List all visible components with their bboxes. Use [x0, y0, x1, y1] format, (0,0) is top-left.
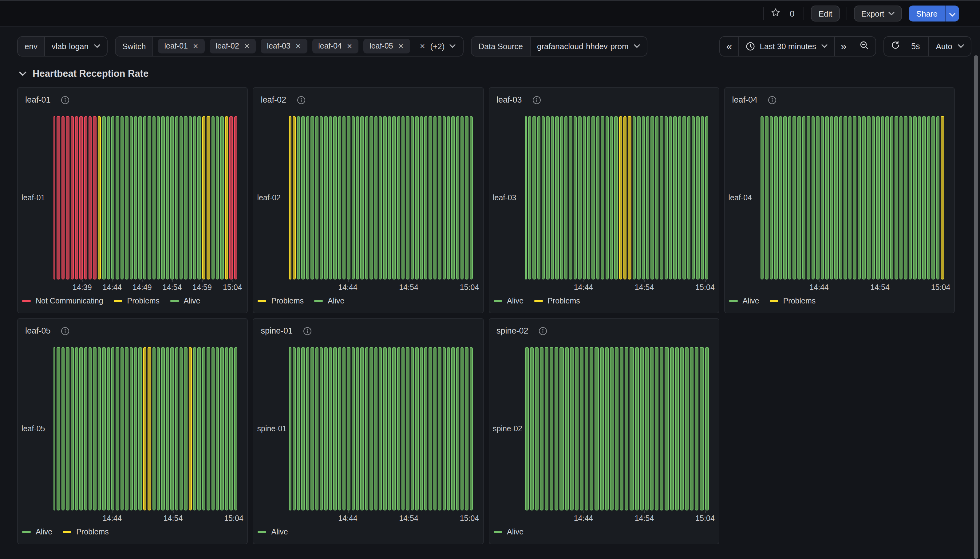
state-bar-alive[interactable] — [646, 116, 650, 280]
state-bar-alive[interactable] — [161, 116, 165, 280]
legend-item-problems[interactable]: Problems — [63, 528, 109, 536]
state-bar-alive[interactable] — [202, 347, 206, 511]
state-bar-alive[interactable] — [221, 116, 224, 280]
state-bar-alive[interactable] — [620, 347, 623, 511]
state-bar-alive[interactable] — [134, 347, 138, 511]
state-bar-alive[interactable] — [157, 116, 160, 280]
state-bar-alive[interactable] — [392, 116, 396, 280]
state-bar-alive[interactable] — [221, 347, 224, 511]
state-bar-alive[interactable] — [637, 116, 640, 280]
state-bar-alive[interactable] — [107, 347, 110, 511]
panel-title[interactable]: leaf-03 — [496, 95, 522, 104]
state-bar-problems[interactable] — [623, 116, 627, 280]
state-bar-alive[interactable] — [470, 347, 473, 511]
state-bar-alive[interactable] — [574, 116, 577, 280]
state-bar-alive[interactable] — [302, 347, 305, 511]
state-bar-alive[interactable] — [913, 116, 917, 280]
state-bar-alive[interactable] — [595, 347, 599, 511]
state-bar-alive[interactable] — [701, 116, 704, 280]
state-bar-alive[interactable] — [306, 347, 310, 511]
state-bar-alive[interactable] — [551, 116, 554, 280]
legend-item-problems[interactable]: Problems — [258, 297, 304, 305]
state-bar-alive[interactable] — [835, 116, 838, 280]
state-bar-alive[interactable] — [111, 347, 114, 511]
star-button[interactable] — [770, 7, 781, 20]
state-bar-alive[interactable] — [370, 116, 373, 280]
state-bar-alive[interactable] — [687, 116, 690, 280]
state-bar-alive[interactable] — [361, 347, 364, 511]
clear-all-icon[interactable]: ✕ — [420, 42, 425, 50]
state-bar-alive[interactable] — [525, 347, 529, 511]
state-bar-dead[interactable] — [75, 116, 78, 280]
state-bar-alive[interactable] — [297, 347, 300, 511]
state-bar-alive[interactable] — [844, 116, 847, 280]
state-bar-alive[interactable] — [433, 347, 436, 511]
state-bar-alive[interactable] — [107, 116, 110, 280]
state-bar-alive[interactable] — [198, 116, 201, 280]
state-bar-alive[interactable] — [420, 347, 423, 511]
state-bar-alive[interactable] — [328, 116, 332, 280]
state-bar-alive[interactable] — [885, 116, 889, 280]
state-bar-alive[interactable] — [70, 347, 74, 511]
state-bar-alive[interactable] — [374, 347, 378, 511]
state-bar-alive[interactable] — [821, 116, 824, 280]
state-bar-alive[interactable] — [565, 347, 569, 511]
state-bar-alive[interactable] — [175, 347, 178, 511]
state-bar-alive[interactable] — [447, 347, 450, 511]
state-bar-alive[interactable] — [537, 116, 541, 280]
info-icon[interactable] — [297, 96, 305, 104]
state-bar-problems[interactable] — [289, 116, 292, 280]
state-bar-alive[interactable] — [234, 347, 237, 511]
state-bar-alive[interactable] — [665, 347, 668, 511]
state-bar-alive[interactable] — [438, 116, 441, 280]
state-bar-alive[interactable] — [673, 116, 677, 280]
switch-pill[interactable]: leaf-05✕ — [363, 39, 410, 53]
share-button[interactable]: Share — [909, 5, 945, 22]
state-bar-alive[interactable] — [139, 116, 142, 280]
panel-title[interactable]: leaf-04 — [732, 95, 758, 104]
state-bar-alive[interactable] — [690, 347, 693, 511]
refresh-button[interactable] — [884, 36, 907, 56]
state-bar-alive[interactable] — [442, 116, 446, 280]
state-bar-alive[interactable] — [383, 347, 387, 511]
state-bar-alive[interactable] — [849, 116, 852, 280]
state-bar-problems[interactable] — [628, 116, 632, 280]
info-icon[interactable] — [539, 326, 547, 335]
state-bar-alive[interactable] — [175, 116, 178, 280]
zoom-out-button[interactable] — [853, 36, 876, 56]
state-bar-alive[interactable] — [216, 116, 219, 280]
state-bar-alive[interactable] — [560, 116, 563, 280]
state-bar-alive[interactable] — [550, 347, 553, 511]
state-bar-alive[interactable] — [456, 347, 459, 511]
state-bar-alive[interactable] — [229, 347, 233, 511]
time-shift-back-button[interactable]: « — [720, 36, 738, 56]
state-bar-problems[interactable] — [619, 116, 622, 280]
info-icon[interactable] — [768, 96, 776, 104]
state-bar-alive[interactable] — [297, 116, 300, 280]
state-bar-alive[interactable] — [424, 347, 428, 511]
state-bar-alive[interactable] — [580, 347, 584, 511]
state-bar-alive[interactable] — [442, 347, 446, 511]
state-bar-alive[interactable] — [397, 116, 400, 280]
state-bar-alive[interactable] — [592, 116, 595, 280]
state-bar-alive[interactable] — [324, 347, 328, 511]
panel-title[interactable]: spine-01 — [261, 326, 293, 336]
state-bar-alive[interactable] — [53, 347, 56, 511]
state-bar-alive[interactable] — [121, 116, 124, 280]
legend-item-dead[interactable]: Not Communicating — [22, 297, 103, 305]
legend-item-alive[interactable]: Alive — [22, 528, 52, 536]
state-bar-alive[interactable] — [533, 116, 536, 280]
state-bar-alive[interactable] — [193, 347, 196, 511]
state-bar-alive[interactable] — [635, 347, 638, 511]
auto-refresh-select[interactable]: Auto — [929, 36, 971, 56]
state-bar-alive[interactable] — [57, 347, 60, 511]
state-bar-problems[interactable] — [941, 116, 944, 280]
state-bar-alive[interactable] — [401, 116, 405, 280]
state-bar-alive[interactable] — [904, 116, 907, 280]
state-bar-alive[interactable] — [890, 116, 893, 280]
state-bar-alive[interactable] — [872, 116, 875, 280]
state-bar-alive[interactable] — [696, 116, 700, 280]
legend-item-alive[interactable]: Alive — [729, 297, 759, 305]
state-bar-alive[interactable] — [342, 116, 346, 280]
state-bar-alive[interactable] — [451, 347, 455, 511]
